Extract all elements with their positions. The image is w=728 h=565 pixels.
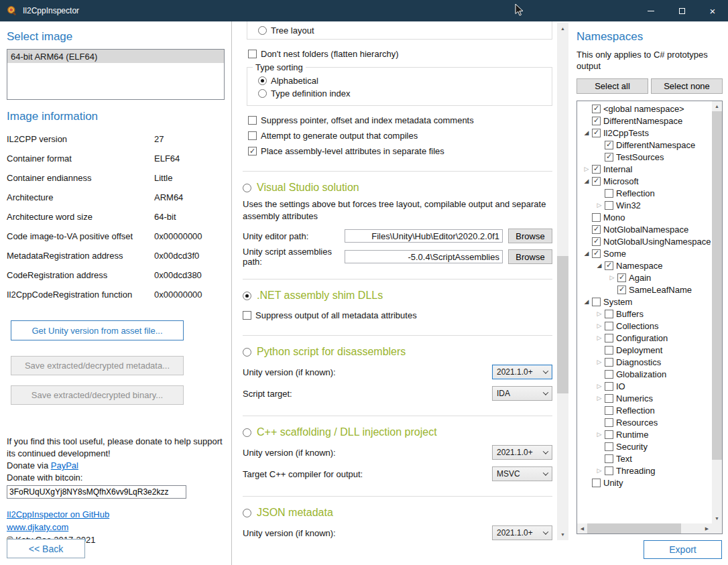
collapse-icon[interactable]: ◢: [581, 299, 592, 305]
tree-layout-radio[interactable]: [258, 26, 267, 35]
expand-icon[interactable]: ▷: [594, 335, 605, 341]
tree-item-differentnamespace[interactable]: DifferentNamespace: [577, 139, 712, 151]
namespace-checkbox[interactable]: [592, 129, 601, 137]
shim-dlls-option[interactable]: .NET assembly shim DLLs: [243, 289, 552, 302]
tree-item-collections[interactable]: ▷Collections: [577, 320, 712, 332]
json-metadata-option[interactable]: JSON metadata: [243, 506, 552, 519]
vs-solution-radio[interactable]: [243, 184, 251, 192]
namespace-checkbox[interactable]: [605, 261, 613, 270]
namespace-checkbox[interactable]: [605, 466, 613, 475]
expand-icon[interactable]: ▷: [581, 166, 592, 172]
flatten-checkbox[interactable]: [248, 50, 257, 58]
namespace-checkbox[interactable]: [617, 286, 626, 294]
bitcoin-address-input[interactable]: [7, 485, 186, 499]
vs-solution-option[interactable]: Visual Studio solution: [243, 181, 552, 194]
minimize-button[interactable]: [635, 0, 666, 21]
select-all-button[interactable]: Select all: [577, 78, 648, 94]
tree-layout-option[interactable]: Tree layout: [258, 25, 314, 36]
alphabetical-option[interactable]: Alphabetical: [258, 76, 552, 86]
namespace-checkbox[interactable]: [605, 189, 613, 198]
scrollbar-thumb[interactable]: [587, 523, 681, 533]
python-script-radio[interactable]: [243, 348, 251, 357]
namespace-checkbox[interactable]: [605, 382, 613, 391]
expand-icon[interactable]: ▷: [594, 202, 605, 208]
github-link[interactable]: Il2CppInspector on GitHub: [7, 509, 109, 519]
tree-item-global-namespace[interactable]: <global namespace>: [577, 103, 712, 115]
namespace-checkbox[interactable]: [605, 334, 613, 342]
suppress-comments-option[interactable]: Suppress pointer, offset and index metad…: [248, 115, 552, 125]
namespace-checkbox[interactable]: [592, 237, 601, 246]
tree-item-win32[interactable]: ▷Win32: [577, 199, 712, 211]
namespace-checkbox[interactable]: [592, 213, 601, 222]
flatten-option[interactable]: Don't nest folders (flatten hierarchy): [248, 49, 552, 59]
tree-item-diagnostics[interactable]: ▷Diagnostics: [577, 356, 712, 368]
tree-item-namespace[interactable]: ◢Namespace: [577, 259, 712, 271]
scroll-up-button[interactable]: ▲: [557, 23, 568, 34]
namespace-checkbox[interactable]: [592, 298, 601, 306]
suppress-attributes-checkbox[interactable]: [243, 311, 251, 320]
separate-attributes-option[interactable]: Place assembly-level attributes in separ…: [248, 146, 552, 156]
middle-scrollbar[interactable]: ▲ ▼: [557, 23, 568, 540]
compilable-output-option[interactable]: Attempt to generate output that compiles: [248, 131, 552, 141]
tree-item-internal[interactable]: ▷Internal: [577, 163, 712, 175]
tree-item-some[interactable]: ◢Some: [577, 247, 712, 259]
script-target-select[interactable]: IDA: [492, 386, 552, 401]
tree-item-notglobalnamespace[interactable]: NotGlobalNamespace: [577, 223, 712, 235]
collapse-icon[interactable]: ◢: [594, 263, 605, 269]
tree-item-unity[interactable]: Unity: [577, 477, 712, 489]
tree-item-sameleafname[interactable]: SameLeafName: [577, 284, 712, 296]
tree-item-security[interactable]: Security: [577, 440, 712, 452]
tree-item-buffers[interactable]: ▷Buffers: [577, 308, 712, 320]
tree-item-notglobalusingnamespace[interactable]: NotGlobalUsingNamespace: [577, 235, 712, 247]
namespace-checkbox[interactable]: [592, 165, 601, 174]
export-button[interactable]: Export: [644, 540, 722, 559]
unity-editor-path-input[interactable]: Files\Unity\Hub\Editor\2020.2.0f1: [345, 229, 503, 243]
type-definition-index-option[interactable]: Type definition index: [258, 88, 552, 99]
get-unity-version-button[interactable]: Get Unity version from asset file...: [11, 320, 184, 340]
tree-item-microsoft[interactable]: ◢Microsoft: [577, 175, 712, 187]
suppress-attributes-option[interactable]: Suppress output of all metadata attribut…: [243, 310, 552, 320]
namespace-checkbox[interactable]: [605, 346, 613, 355]
tree-item-runtime[interactable]: ▷Runtime: [577, 428, 712, 440]
browse-assemblies-path-button[interactable]: Browse: [508, 249, 552, 264]
namespace-checkbox[interactable]: [605, 406, 613, 415]
select-none-button[interactable]: Select none: [651, 78, 723, 94]
namespace-checkbox[interactable]: [605, 370, 613, 379]
tree-item-il2cpptests[interactable]: ◢Il2CppTests: [577, 127, 712, 139]
alphabetical-radio[interactable]: [258, 76, 267, 85]
cpp-unity-version-select[interactable]: 2021.1.0+: [492, 445, 552, 460]
tree-item-again[interactable]: ▷Again: [577, 271, 712, 284]
tree-item-differentnamespace[interactable]: DifferentNamespace: [577, 115, 712, 127]
compilable-output-checkbox[interactable]: [248, 131, 257, 140]
collapse-icon[interactable]: ◢: [581, 178, 592, 184]
tree-item-resources[interactable]: Resources: [577, 416, 712, 428]
namespace-checkbox[interactable]: [605, 442, 613, 451]
namespace-checkbox[interactable]: [605, 322, 613, 330]
tree-item-deployment[interactable]: Deployment: [577, 344, 712, 356]
expand-icon[interactable]: ▷: [607, 275, 617, 281]
back-button[interactable]: << Back: [7, 539, 85, 558]
tree-item-reflection[interactable]: Reflection: [577, 187, 712, 199]
cpp-scaffolding-option[interactable]: C++ scaffolding / DLL injection project: [243, 426, 552, 439]
python-script-option[interactable]: Python script for disassemblers: [243, 345, 552, 359]
namespace-checkbox[interactable]: [605, 394, 613, 403]
tree-item-testsources[interactable]: TestSources: [577, 151, 712, 163]
collapse-icon[interactable]: ◢: [581, 130, 592, 136]
separate-attributes-checkbox[interactable]: [248, 147, 257, 155]
tree-vertical-scrollbar[interactable]: ▲ ▼: [712, 101, 722, 523]
tree-item-system[interactable]: ◢System: [577, 296, 712, 308]
suppress-comments-checkbox[interactable]: [248, 116, 257, 125]
scroll-up-button[interactable]: ▲: [712, 101, 722, 111]
tree-item-io[interactable]: ▷IO: [577, 380, 712, 392]
expand-icon[interactable]: ▷: [594, 323, 605, 329]
json-unity-version-select[interactable]: 2021.1.0+: [492, 525, 552, 540]
scrollbar-thumb[interactable]: [712, 111, 722, 460]
shim-dlls-radio[interactable]: [243, 292, 251, 300]
website-link[interactable]: www.djkaty.com: [7, 522, 68, 532]
type-definition-index-radio[interactable]: [258, 89, 267, 98]
tree-item-threading[interactable]: ▷Threading: [577, 464, 712, 477]
namespace-checkbox[interactable]: [592, 177, 601, 186]
scrollbar-thumb[interactable]: [557, 256, 568, 393]
namespace-checkbox[interactable]: [605, 454, 613, 463]
browse-editor-path-button[interactable]: Browse: [508, 229, 552, 243]
